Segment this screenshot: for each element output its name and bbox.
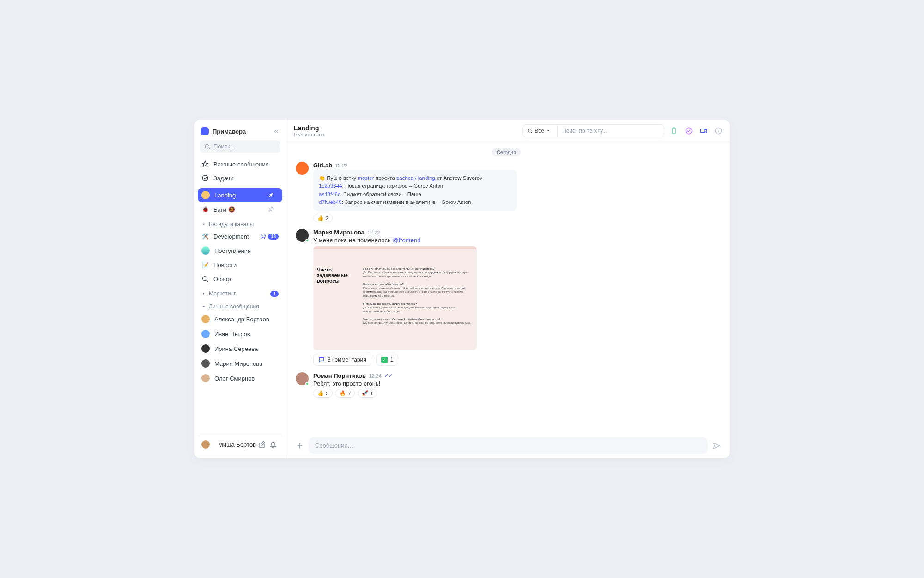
sidebar-item-label: Обзор <box>213 276 231 283</box>
workspace-logo <box>201 127 209 135</box>
avatar <box>296 229 309 242</box>
channel-icon <box>201 246 210 255</box>
rocket-icon: 🚀 <box>362 390 368 396</box>
avatar <box>201 344 210 353</box>
svg-rect-4 <box>672 128 676 134</box>
chevron-down-icon <box>546 129 551 133</box>
section-dm[interactable]: Личные сообщения <box>198 299 282 312</box>
avatar <box>201 330 210 338</box>
sidebar-item-label: Задачи <box>213 175 234 182</box>
svg-point-3 <box>528 129 531 132</box>
check-icon: ✓ <box>381 357 388 363</box>
dm-name: Ирина Сереева <box>214 345 258 352</box>
fire-icon: 🔥 <box>340 390 346 396</box>
filter-label: Все <box>535 128 544 134</box>
workspace-name[interactable]: Примавера <box>213 128 273 135</box>
dm-item[interactable]: Олег Смирнов <box>198 371 282 385</box>
memo-icon: 📝 <box>201 261 209 269</box>
message-list[interactable]: Сегодня GitLab 12:22 👏 Пуш в ветку maste… <box>286 142 730 433</box>
message: GitLab 12:22 👏 Пуш в ветку master проект… <box>296 162 717 222</box>
sidebar-channel-landing[interactable]: Landing <box>198 188 282 202</box>
dm-name: Иван Петров <box>214 331 250 338</box>
chat-header: Landing 9 участников Все <box>286 120 730 142</box>
avatar-gitlab <box>296 162 309 175</box>
message-time: 12:22 <box>367 230 380 235</box>
sidebar-item-label: Важные сообщения <box>213 161 269 168</box>
attach-button[interactable] <box>296 442 304 450</box>
section-label: Маркетинг <box>209 290 236 297</box>
pin-outline-icon[interactable] <box>267 206 279 213</box>
code-block[interactable]: 👏 Пуш в ветку master проекта pachca / la… <box>313 170 517 211</box>
chevron-right-icon <box>201 291 206 296</box>
message-time: 12:24 <box>369 373 382 379</box>
thumbs-up-icon: 👍 <box>317 390 324 396</box>
sidebar-channel-overview[interactable]: Обзор <box>198 272 282 285</box>
reaction[interactable]: 👍2 <box>313 389 333 398</box>
svg-point-5 <box>686 128 692 134</box>
tools-icon: 🛠️ <box>201 233 209 240</box>
section-channels[interactable]: Беседы и каналы <box>198 216 282 229</box>
avatar <box>201 315 210 323</box>
dm-item[interactable]: Иван Петров <box>198 327 282 341</box>
message: Роман Порнтиков 12:24 ✓✓ Ребят, это прос… <box>296 372 717 398</box>
mention[interactable]: @frontend <box>392 237 420 244</box>
sidebar-item-tasks[interactable]: Задачи <box>198 172 282 184</box>
message: Мария Миронова 12:22 У меня пока не поме… <box>296 229 717 366</box>
send-button[interactable] <box>712 442 721 450</box>
sidebar-search-placeholder: Поиск... <box>213 143 235 150</box>
sidebar-item-important[interactable]: Важные сообщения <box>198 158 282 171</box>
comment-icon <box>318 357 325 363</box>
new-message-button[interactable] <box>256 439 267 450</box>
message-text: Ребят, это просто огонь! <box>313 380 717 387</box>
sidebar-item-label: Landing <box>214 192 236 199</box>
sidebar-search[interactable]: Поиск... <box>200 140 280 153</box>
dm-item[interactable]: Мария Миронова <box>198 357 282 370</box>
message-author[interactable]: Мария Миронова <box>313 229 365 236</box>
me-avatar[interactable] <box>201 440 210 449</box>
chat-title[interactable]: Landing <box>294 124 324 132</box>
comments-button[interactable]: 3 комментария <box>313 354 371 366</box>
sidebar-channel-development[interactable]: 🛠️ Development @ 13 <box>198 230 282 243</box>
mention-icon: @ <box>261 233 266 240</box>
collapse-sidebar-button[interactable] <box>273 128 280 135</box>
section-marketing[interactable]: Маркетинг 1 <box>198 286 282 299</box>
image-attachment[interactable]: Часто задаваемые вопросы Надо ли платить… <box>313 246 477 350</box>
read-ticks-icon: ✓✓ <box>384 373 393 379</box>
reaction[interactable]: ✓1 <box>376 354 399 366</box>
filter-button[interactable]: Все <box>523 125 558 137</box>
dm-name: Олег Смирнов <box>214 375 255 382</box>
section-label: Беседы и каналы <box>209 221 254 228</box>
chevron-down-icon <box>201 222 206 227</box>
reaction[interactable]: 👍2 <box>313 214 333 222</box>
search-icon <box>527 128 533 134</box>
dm-item[interactable]: Ирина Сереева <box>198 342 282 356</box>
sidebar-channel-bugs[interactable]: 🐞 Баги 🔕 <box>198 203 282 216</box>
avatar <box>201 374 210 382</box>
task-check-icon[interactable] <box>685 127 693 135</box>
sidebar-channel-inbox[interactable]: Поступления <box>198 244 282 258</box>
dm-name: Мария Миронова <box>214 360 262 367</box>
sidebar-channel-news[interactable]: 📝 Новости <box>198 258 282 271</box>
video-icon[interactable] <box>699 127 708 135</box>
check-circle-icon <box>201 174 209 182</box>
reaction[interactable]: 🔥7 <box>335 389 355 398</box>
pin-icon <box>267 191 279 199</box>
header-search-input[interactable] <box>558 125 664 137</box>
message-author[interactable]: GitLab <box>313 162 332 169</box>
message-input[interactable] <box>309 437 708 454</box>
message-author[interactable]: Роман Порнтиков <box>313 372 366 379</box>
svg-point-2 <box>203 277 207 281</box>
unread-badge: 13 <box>268 234 279 240</box>
search-icon <box>204 143 211 150</box>
notifications-button[interactable] <box>267 439 279 450</box>
clipboard-icon[interactable] <box>670 127 678 135</box>
chat-subtitle[interactable]: 9 участников <box>294 132 324 137</box>
dm-item[interactable]: Александр Бортаев <box>198 312 282 326</box>
sidebar-item-label: Новости <box>213 262 237 269</box>
me-name[interactable]: Миша Бортов <box>218 441 256 448</box>
channel-icon <box>201 191 210 199</box>
info-icon[interactable] <box>714 127 723 135</box>
bug-icon: 🐞 <box>201 206 209 213</box>
presence-dot <box>305 382 309 386</box>
reaction[interactable]: 🚀1 <box>358 389 377 398</box>
